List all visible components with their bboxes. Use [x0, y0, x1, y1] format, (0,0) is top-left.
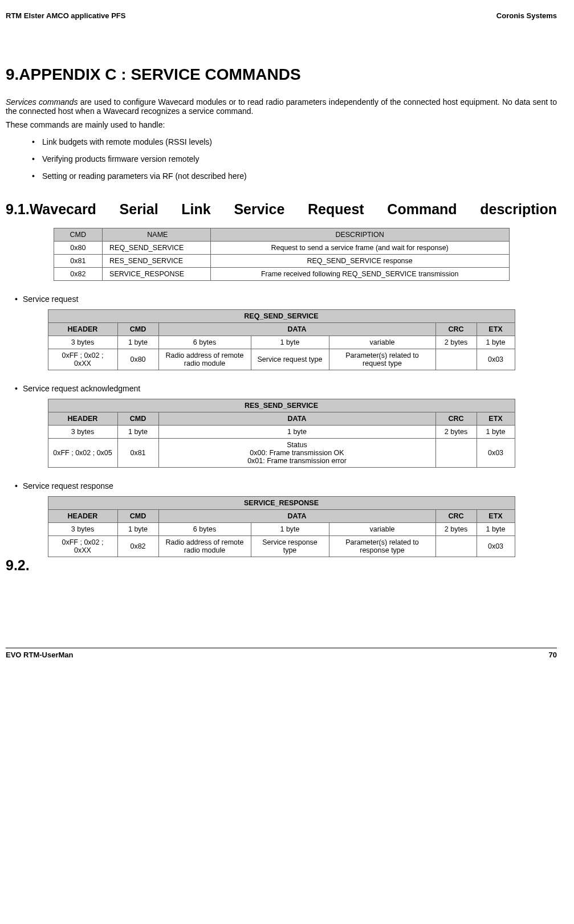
table-header-cell: DATA [158, 412, 435, 426]
table-header-cell: CRC [435, 412, 477, 426]
table-cell: 3 bytes [48, 523, 117, 536]
table-cell: 3 bytes [48, 426, 117, 439]
header-left: RTM Elster AMCO applicative PFS [6, 11, 125, 20]
list-item: Link budgets with remote modules (RSSI l… [42, 137, 557, 146]
table-cell: Radio address of remote radio module [158, 349, 251, 370]
footer-page-number: 70 [549, 651, 557, 659]
table-cell: 0x80 [117, 349, 158, 370]
table-cell: 6 bytes [158, 523, 251, 536]
table-header-cell: HEADER [48, 323, 117, 336]
section-heading-9-2: 9.2. [6, 557, 557, 574]
table-cell: 3 bytes [48, 336, 117, 349]
table-row: 0x81 RES_SEND_SERVICE REQ_SEND_SERVICE r… [54, 255, 509, 268]
table-header-cell: CRC [435, 323, 477, 336]
table-row: 0x82 SERVICE_RESPONSE Frame received fol… [54, 268, 509, 281]
table-title: RES_SEND_SERVICE [48, 399, 515, 412]
table-row: SERVICE_RESPONSE [48, 497, 515, 510]
table-cell: 1 byte [158, 426, 435, 439]
req-send-service-table: REQ_SEND_SERVICE HEADER CMD DATA CRC ETX… [48, 309, 515, 370]
table-cell: 1 byte [477, 336, 515, 349]
table-cell: 2 bytes [435, 426, 477, 439]
table-cell: 0x03 [477, 536, 515, 557]
service-response-table: SERVICE_RESPONSE HEADER CMD DATA CRC ETX… [48, 496, 515, 557]
table-cell: 1 byte [477, 426, 515, 439]
table-header-cell: ETX [477, 412, 515, 426]
table-cell: 0x03 [477, 439, 515, 468]
table-cell: 1 byte [117, 336, 158, 349]
table-title: REQ_SEND_SERVICE [48, 310, 515, 323]
command-table: CMD NAME DESCRIPTION 0x80 REQ_SEND_SERVI… [54, 228, 510, 281]
table-title: SERVICE_RESPONSE [48, 497, 515, 510]
footer-left: EVO RTM-UserMan [6, 651, 73, 659]
table-cell [435, 536, 477, 557]
feature-list: Link budgets with remote modules (RSSI l… [6, 137, 557, 181]
table-row: 3 bytes 1 byte 6 bytes 1 byte variable 2… [48, 523, 515, 536]
table-header-cell: HEADER [48, 412, 117, 426]
table-row: RES_SEND_SERVICE [48, 399, 515, 412]
table-row: HEADER CMD DATA CRC ETX [48, 323, 515, 336]
list-item: Setting or reading parameters via RF (no… [42, 171, 557, 181]
table-cell: 0xFF ; 0x02 ; 0x05 [48, 439, 117, 468]
table-row: 0xFF ; 0x02 ; 0xXX 0x82 Radio address of… [48, 536, 515, 557]
table-header-cell: CMD [117, 510, 158, 523]
table-header-cell: ETX [477, 510, 515, 523]
subsection-bullet: Service request acknowledgment [6, 384, 557, 393]
table-header-cell: ETX [477, 323, 515, 336]
table-header-cell: DESCRIPTION [210, 228, 509, 242]
subsection-label: Service request [23, 295, 557, 304]
table-cell: Radio address of remote radio module [158, 536, 251, 557]
subsection-label: Service request acknowledgment [23, 384, 557, 393]
table-header-cell: CRC [435, 510, 477, 523]
subsection-bullet: Service request [6, 295, 557, 304]
table-cell: 1 byte [251, 523, 329, 536]
table-cell: 0x81 [54, 255, 103, 268]
table-row: 0x80 REQ_SEND_SERVICE Request to send a … [54, 242, 509, 255]
table-cell: 1 byte [251, 336, 329, 349]
table-row: HEADER CMD DATA CRC ETX [48, 510, 515, 523]
table-cell: Request to send a service frame (and wai… [210, 242, 509, 255]
table-row: CMD NAME DESCRIPTION [54, 228, 509, 242]
table-cell: 0x03 [477, 349, 515, 370]
header-right: Coronis Systems [496, 11, 557, 20]
table-cell: Frame received following REQ_SEND_SERVIC… [210, 268, 509, 281]
section-heading-9: 9.APPENDIX C : SERVICE COMMANDS [6, 66, 557, 84]
table-cell: 6 bytes [158, 336, 251, 349]
table-cell: REQ_SEND_SERVICE response [210, 255, 509, 268]
table-cell: 0x81 [117, 439, 158, 468]
table-cell: 0x82 [117, 536, 158, 557]
table-cell: variable [329, 523, 435, 536]
res-send-service-table: RES_SEND_SERVICE HEADER CMD DATA CRC ETX… [48, 399, 515, 468]
list-item: Verifying products firmware version remo… [42, 154, 557, 163]
subsection-label: Service request response [23, 481, 557, 490]
table-header-cell: CMD [117, 412, 158, 426]
table-row: HEADER CMD DATA CRC ETX [48, 412, 515, 426]
table-cell [435, 349, 477, 370]
intro-italic: Services commands [6, 97, 78, 107]
table-row: REQ_SEND_SERVICE [48, 310, 515, 323]
table-row: 0xFF ; 0x02 ; 0x05 0x81 Status 0x00: Fra… [48, 439, 515, 468]
table-cell: 0xFF ; 0x02 ; 0xXX [48, 536, 117, 557]
table-cell: Parameter(s) related to response type [329, 536, 435, 557]
table-cell: Status 0x00: Frame transmission OK 0x01:… [158, 439, 435, 468]
table-cell: Service request type [251, 349, 329, 370]
table-row: 3 bytes 1 byte 6 bytes 1 byte variable 2… [48, 336, 515, 349]
table-cell: 2 bytes [435, 336, 477, 349]
table-header-cell: HEADER [48, 510, 117, 523]
page-footer: EVO RTM-UserMan 70 [6, 648, 557, 659]
table-cell: REQ_SEND_SERVICE [103, 242, 211, 255]
table-cell: 2 bytes [435, 523, 477, 536]
table-cell: 0xFF ; 0x02 ; 0xXX [48, 349, 117, 370]
table-header-cell: NAME [103, 228, 211, 242]
table-header-cell: DATA [158, 323, 435, 336]
table-header-cell: DATA [158, 510, 435, 523]
table-cell [435, 439, 477, 468]
table-cell: Parameter(s) related to request type [329, 349, 435, 370]
table-cell: Service response type [251, 536, 329, 557]
table-cell: 1 byte [477, 523, 515, 536]
table-cell: RES_SEND_SERVICE [103, 255, 211, 268]
table-row: 0xFF ; 0x02 ; 0xXX 0x80 Radio address of… [48, 349, 515, 370]
table-cell: 1 byte [117, 523, 158, 536]
table-cell: SERVICE_RESPONSE [103, 268, 211, 281]
subsection-bullet: Service request response [6, 481, 557, 490]
table-row: 3 bytes 1 byte 1 byte 2 bytes 1 byte [48, 426, 515, 439]
